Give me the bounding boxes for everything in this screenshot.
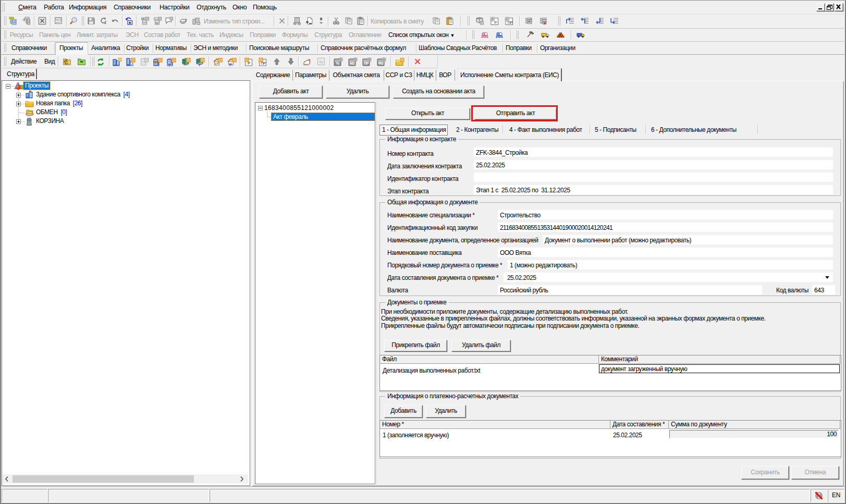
svg-text:ПР: ПР (508, 21, 513, 24)
svg-text:PDF: PDF (56, 18, 62, 21)
svg-text:%: % (319, 59, 323, 65)
svg-text:%: % (336, 61, 339, 66)
